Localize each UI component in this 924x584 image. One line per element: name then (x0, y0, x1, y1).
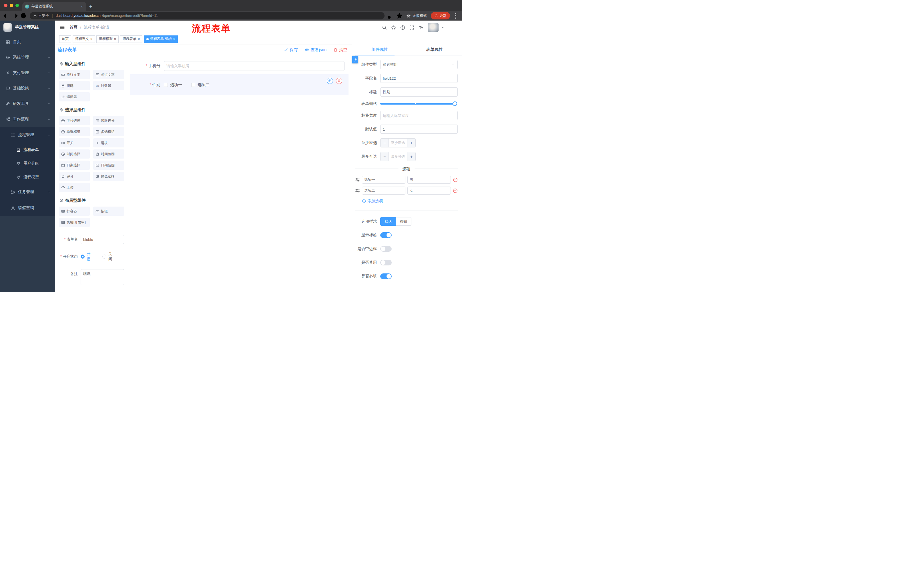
palette-item-select[interactable]: 下拉选择 (59, 116, 90, 125)
browser-menu-button[interactable] (452, 12, 460, 20)
palette-item-row[interactable]: 行容器 (59, 207, 90, 216)
status-off-radio[interactable]: 关闭 (102, 252, 116, 262)
back-button[interactable] (2, 12, 10, 20)
copy-component-button[interactable] (327, 78, 333, 84)
status-on-radio[interactable]: 开启 (81, 252, 94, 262)
palette-item-counter[interactable]: 123计数器 (93, 81, 124, 90)
sidebar-collapse-button[interactable] (60, 25, 65, 30)
sidebar-item-process-model[interactable]: 流程模型 (0, 170, 55, 184)
sidebar-item-workflow[interactable]: 工作流程 (0, 112, 55, 127)
option-value-input[interactable] (408, 187, 451, 194)
palette-item-button[interactable]: 按钮 (93, 207, 124, 216)
palette-item-text[interactable]: 单行文本 (59, 70, 90, 79)
decrease-button[interactable]: − (381, 138, 389, 147)
max-select-value[interactable]: 最多可选 (389, 152, 407, 161)
toggle-disabled[interactable] (380, 260, 392, 265)
palette-item-time-range[interactable]: 时间范围 (93, 150, 124, 159)
clear-button[interactable]: 清空 (333, 47, 347, 53)
palette-item-cascader[interactable]: 级联选择 (93, 116, 124, 125)
page-tab-process-form[interactable]: 流程表单× (120, 35, 142, 43)
sidebar-item-infra[interactable]: 基础设施 (0, 81, 55, 96)
breadcrumb-home[interactable]: 首页 (69, 25, 78, 30)
page-tab-home[interactable]: 首页 (59, 35, 71, 43)
decrease-button[interactable]: − (381, 152, 389, 161)
close-tab-icon[interactable]: × (80, 4, 84, 8)
search-icon[interactable] (382, 25, 387, 30)
delete-component-button[interactable] (336, 78, 342, 84)
palette-item-time[interactable]: 时间选择 (59, 150, 90, 159)
palette-item-date-range[interactable]: 日期范围 (93, 161, 124, 170)
avatar[interactable] (428, 23, 439, 32)
sidebar-item-process-management[interactable]: 流程管理 (0, 127, 55, 143)
font-size-icon[interactable] (419, 25, 423, 30)
save-button[interactable]: 保存 (284, 47, 298, 53)
close-tab-icon[interactable]: × (173, 38, 175, 41)
bookmark-star-icon[interactable] (395, 12, 403, 20)
close-tab-icon[interactable]: × (90, 38, 92, 41)
reload-button[interactable] (20, 12, 28, 20)
fullscreen-icon[interactable] (409, 25, 414, 30)
address-bar[interactable]: 不安全 | dashboard.yudao.iocoder.cn/bpm/man… (30, 12, 384, 20)
window-close-button[interactable] (4, 4, 7, 7)
default-value-input[interactable] (380, 125, 458, 134)
view-json-button[interactable]: 查看json (305, 47, 327, 53)
close-tab-icon[interactable]: × (114, 38, 116, 41)
tab-component-props[interactable]: 组件属性 (352, 44, 407, 55)
palette-item-switch[interactable]: 开关 (59, 138, 90, 147)
slider-handle[interactable] (452, 102, 457, 106)
style-button-button[interactable]: 按钮 (396, 217, 411, 226)
sidebar-item-devtools[interactable]: 研发工具 (0, 96, 55, 112)
palette-item-radio-group[interactable]: 单选框组 (59, 127, 90, 136)
palette-item-date[interactable]: 日期选择 (59, 161, 90, 170)
sidebar-item-payment[interactable]: 支付管理 (0, 65, 55, 81)
update-button[interactable]: 更新 (431, 12, 450, 20)
sidebar-item-system[interactable]: 系统管理 (0, 50, 55, 65)
palette-item-slider[interactable]: 滑块 (93, 138, 124, 147)
browser-tab[interactable]: 芋道管理系统 × (22, 2, 86, 11)
help-icon[interactable] (400, 25, 405, 30)
palette-item-editor[interactable]: 编辑器 (59, 92, 90, 102)
tab-form-props[interactable]: 表单属性 (407, 44, 462, 55)
close-tab-icon[interactable]: × (138, 38, 140, 41)
palette-item-checkbox-group[interactable]: 多选框组 (93, 127, 124, 136)
component-type-select[interactable]: 多选框组 (380, 60, 458, 69)
palette-item-rate[interactable]: 评分 (59, 172, 90, 181)
page-tab-process-form-edit[interactable]: 流程表单-编辑× (144, 35, 178, 43)
option-name-input[interactable] (362, 187, 405, 194)
canvas-field-gender[interactable]: 性别 选项一 选项二 (130, 74, 348, 95)
add-option-button[interactable]: 添加选项 (362, 199, 458, 204)
page-tab-process-model[interactable]: 流程模型× (96, 35, 119, 43)
github-icon[interactable] (391, 25, 396, 30)
mobile-input[interactable] (164, 61, 345, 71)
sidebar-item-process-form[interactable]: 流程表单 (0, 143, 55, 156)
page-tab-process-definition[interactable]: 流程定义× (73, 35, 95, 43)
toggle-show-label[interactable] (380, 232, 392, 238)
new-tab-button[interactable]: + (86, 2, 95, 11)
toggle-required[interactable] (380, 273, 392, 279)
increase-button[interactable]: + (407, 138, 416, 147)
toggle-border[interactable] (380, 246, 392, 252)
field-name-input[interactable] (380, 74, 458, 83)
min-select-value[interactable]: 至少应选 (389, 138, 407, 147)
form-grid-slider[interactable] (380, 103, 455, 105)
title-input[interactable] (380, 87, 458, 97)
label-width-input[interactable] (380, 111, 458, 120)
gender-option-1-checkbox[interactable]: 选项一 (164, 82, 182, 87)
form-name-input[interactable] (81, 235, 124, 244)
sidebar-logo[interactable]: 芋道管理系统 (0, 21, 55, 34)
palette-item-upload[interactable]: 上传 (59, 183, 90, 192)
palette-item-table[interactable]: 表格[开发中] (59, 218, 90, 227)
drawer-handle[interactable] (352, 56, 358, 63)
sidebar-item-home[interactable]: 首页 (0, 34, 55, 50)
palette-item-color[interactable]: 颜色选择 (93, 172, 124, 181)
password-key-icon[interactable] (387, 12, 395, 20)
option-value-input[interactable] (408, 176, 451, 184)
sidebar-item-user-group[interactable]: 用户分组 (0, 156, 55, 170)
option-name-input[interactable] (362, 176, 405, 184)
sidebar-item-leave-query[interactable]: 请假查询 (0, 200, 55, 216)
sidebar-item-task-management[interactable]: 任务管理 (0, 184, 55, 200)
gender-option-2-checkbox[interactable]: 选项二 (191, 82, 210, 87)
increase-button[interactable]: + (407, 152, 416, 161)
forward-button[interactable] (11, 12, 19, 20)
canvas-field-mobile[interactable]: 手机号 (130, 58, 348, 74)
